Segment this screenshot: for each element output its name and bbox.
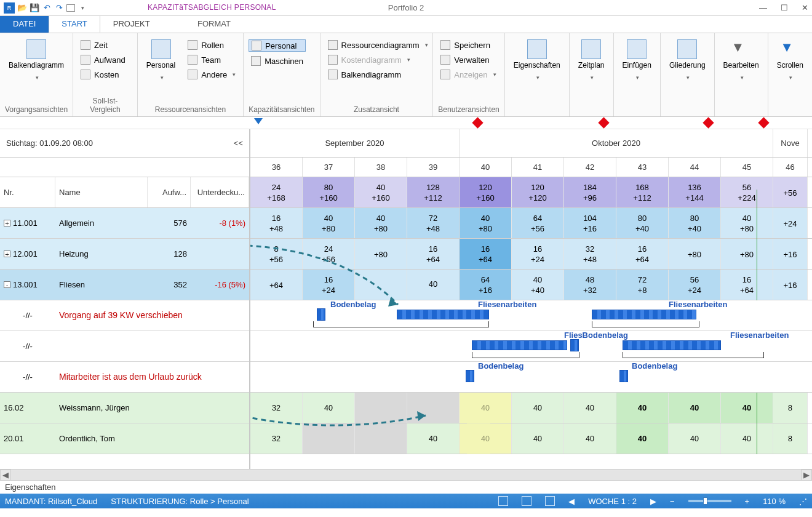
resdiagramm-button[interactable]: Ressourcendiagramm: [325, 39, 431, 50]
week-cell[interactable]: 45: [721, 158, 773, 177]
milestone-diamond[interactable]: [758, 117, 769, 128]
view-icon[interactable]: [545, 496, 555, 506]
task-bar[interactable]: [623, 340, 721, 350]
minimize-icon[interactable]: —: [759, 3, 767, 12]
close-icon[interactable]: ✕: [802, 3, 808, 12]
task-bar[interactable]: [619, 370, 628, 382]
milestone-diamond[interactable]: [598, 117, 609, 128]
left-row[interactable]: -//- Mitarbeiter ist aus dem Urlaub zurü…: [0, 362, 249, 393]
timeline-pane: September 2020Oktober 2020Nove 363738394…: [250, 129, 812, 469]
einfuegen-button[interactable]: Einfügen: [619, 37, 655, 84]
week-cell[interactable]: 38: [355, 158, 407, 177]
stichtag-label: Stichtag: 01.09.20 08:00: [6, 138, 93, 148]
week-cell[interactable]: 39: [407, 158, 460, 177]
week-cell[interactable]: 36: [250, 158, 303, 177]
resize-grip-icon[interactable]: ⋰: [799, 497, 807, 506]
col-name[interactable]: Name: [55, 177, 148, 207]
status-bar: MANDANT: Rillsoft_Cloud STRUKTURIERUNG: …: [0, 494, 812, 508]
kosten-button[interactable]: Kosten: [78, 69, 128, 80]
left-row[interactable]: +12.001 Heizung 128: [0, 239, 249, 270]
task-bar[interactable]: [317, 308, 325, 321]
andere-button[interactable]: Andere: [185, 69, 238, 80]
undo-icon[interactable]: ↶: [42, 3, 52, 13]
save-icon[interactable]: 💾: [30, 3, 39, 13]
task-bar[interactable]: [592, 310, 696, 319]
kostdiagramm-button[interactable]: Kostendiagramm: [325, 54, 431, 65]
week-cell[interactable]: 46: [773, 158, 808, 177]
window-controls: — ☐ ✕: [759, 3, 808, 12]
left-row[interactable]: 20.01 Ordentlich, Tom: [0, 423, 249, 454]
task-bar[interactable]: [472, 340, 567, 350]
tab-projekt[interactable]: PROJEKT: [100, 15, 163, 33]
left-row[interactable]: -13.001 Fliesen 352 -16 (5%): [0, 270, 249, 300]
gliederung-button[interactable]: Gliederung: [666, 37, 709, 84]
zoom-plus[interactable]: +: [745, 497, 750, 506]
zoom-slider[interactable]: [688, 500, 731, 502]
bearbeiten-button[interactable]: ▼Bearbeiten: [720, 37, 763, 84]
tab-format[interactable]: FORMAT: [185, 15, 244, 33]
week-cell[interactable]: 43: [616, 158, 669, 177]
capacity-cell: 56+224: [721, 177, 773, 207]
rollen-button[interactable]: Rollen: [185, 39, 238, 50]
speichern-button[interactable]: Speichern: [438, 39, 498, 50]
task-bar[interactable]: [397, 310, 489, 319]
left-row[interactable]: -//-: [0, 331, 249, 362]
scrollen-button[interactable]: ▼Scrollen: [773, 37, 807, 84]
expander-icon[interactable]: -: [4, 281, 10, 288]
kap-maschinen-button[interactable]: Maschinen: [249, 55, 306, 66]
balkdiagramm-button[interactable]: Balkendiagramm: [325, 69, 431, 80]
open-icon[interactable]: 📂: [17, 3, 27, 13]
left-row[interactable]: -//- Vorgang auf 39 KW verschieben: [0, 300, 249, 331]
task-bar[interactable]: [570, 339, 579, 351]
zeit-button[interactable]: Zeit: [78, 39, 128, 50]
col-nr[interactable]: Nr.: [0, 177, 55, 207]
aufwand-button[interactable]: Aufwand: [78, 54, 128, 65]
bar-label: Bodenbelag: [478, 361, 523, 371]
scroll-right-icon[interactable]: ▶: [801, 470, 812, 481]
balkendiagramm-button[interactable]: Balkendiagramm: [5, 37, 68, 84]
col-aufw[interactable]: Aufw...: [148, 177, 191, 207]
window-icon[interactable]: [66, 4, 75, 12]
maximize-icon[interactable]: ☐: [781, 3, 788, 12]
milestone-diamond[interactable]: [472, 117, 483, 128]
group-scrollen: ▼Scrollen: [768, 33, 812, 116]
task-bar[interactable]: [466, 370, 474, 382]
capacity-cell: 16+64: [460, 239, 512, 269]
verwalten-button[interactable]: Verwalten: [438, 54, 498, 65]
expander-icon[interactable]: +: [4, 250, 10, 257]
team-button[interactable]: Team: [185, 54, 238, 65]
milestone-diamond[interactable]: [703, 117, 714, 128]
scroll-track[interactable]: [11, 470, 801, 480]
week-cell[interactable]: 37: [303, 158, 355, 177]
tab-datei[interactable]: DATEI: [0, 15, 49, 33]
properties-bar[interactable]: Eigenschaften: [0, 480, 812, 494]
anzeigen-button[interactable]: Anzeigen: [438, 69, 498, 80]
capacity-cell: 184+96: [564, 177, 616, 207]
horizontal-scrollbar[interactable]: ◀ ▶: [0, 469, 812, 480]
chevron-down-icon: [787, 72, 792, 81]
expander-icon[interactable]: +: [4, 220, 10, 226]
week-cell[interactable]: 44: [669, 158, 721, 177]
zeitplan-button[interactable]: Zeitplan: [575, 37, 608, 84]
stichtag-row: Stichtag: 01.09.20 08:00 <<: [0, 129, 249, 158]
collapse-left-button[interactable]: <<: [234, 138, 243, 148]
left-row[interactable]: +11.001 Allgemein 576 -8 (1%): [0, 208, 249, 239]
redo-icon[interactable]: ↷: [54, 3, 64, 13]
capacity-cell: 72+8: [616, 270, 669, 300]
view-icon[interactable]: [498, 496, 508, 506]
tab-start[interactable]: START: [49, 15, 100, 33]
kap-personal-button[interactable]: Personal: [249, 39, 306, 52]
personal-button[interactable]: Personal: [143, 37, 179, 84]
view-icon[interactable]: [522, 496, 531, 506]
week-cell[interactable]: 42: [564, 158, 616, 177]
eigenschaften-button[interactable]: Eigenschaften: [510, 37, 564, 84]
person-week-cell: 40: [407, 423, 460, 454]
week-cell[interactable]: 41: [512, 158, 564, 177]
qat-more-icon[interactable]: ▾: [78, 3, 87, 13]
col-unterdeckung[interactable]: Unterdecku...: [191, 177, 249, 207]
left-row[interactable]: 16.02 Weissmann, Jürgen: [0, 393, 249, 423]
app-icon: R: [4, 2, 15, 14]
zoom-minus[interactable]: −: [670, 497, 675, 506]
week-cell[interactable]: 40: [460, 158, 512, 177]
scroll-left-icon[interactable]: ◀: [0, 470, 11, 481]
